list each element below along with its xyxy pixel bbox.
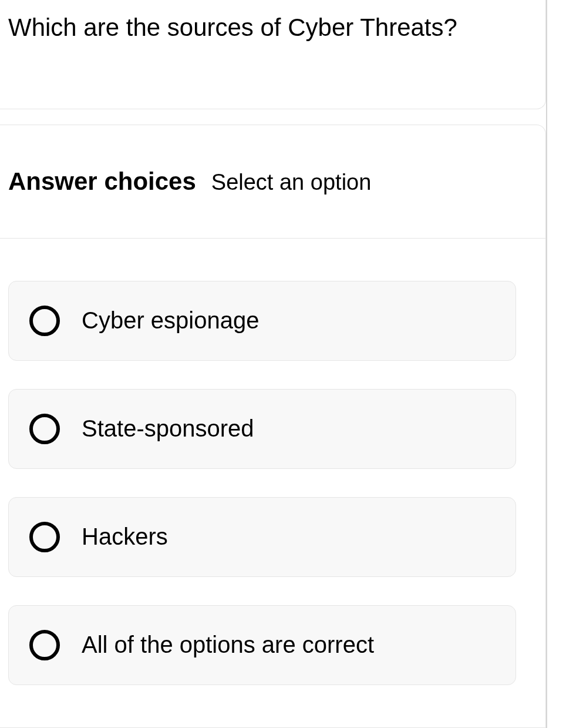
option-label: State-sponsored [82,415,254,442]
option-label: Hackers [82,524,168,550]
option-label: All of the options are correct [82,632,374,658]
svg-point-2 [31,524,58,551]
option-cyber-espionage[interactable]: Cyber espionage [8,281,516,361]
radio-unchecked-icon [29,629,60,661]
option-label: Cyber espionage [82,307,259,334]
option-hackers[interactable]: Hackers [8,497,516,577]
option-all-correct[interactable]: All of the options are correct [8,605,516,685]
radio-unchecked-icon [29,305,60,337]
svg-point-3 [31,632,58,659]
radio-unchecked-icon [29,413,60,445]
quiz-container: Which are the sources of Cyber Threats? … [0,0,547,728]
svg-point-0 [31,307,58,334]
svg-point-1 [31,415,58,442]
radio-unchecked-icon [29,521,60,553]
answer-card: Answer choices Select an option Cyber es… [0,125,546,728]
options-list: Cyber espionage State-sponsored Hackers … [0,239,545,727]
option-state-sponsored[interactable]: State-sponsored [8,389,516,469]
question-card: Which are the sources of Cyber Threats? [0,0,546,109]
answer-choices-subtitle: Select an option [211,170,372,195]
answer-header: Answer choices Select an option [0,125,545,239]
question-text: Which are the sources of Cyber Threats? [8,12,537,44]
answer-choices-title: Answer choices [8,167,196,196]
